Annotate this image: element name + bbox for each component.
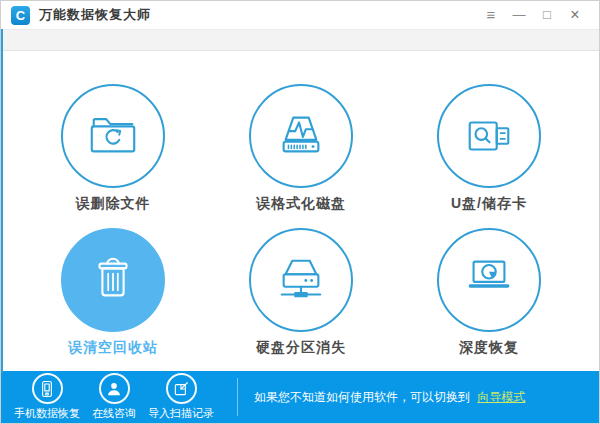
menu-icon[interactable]: ≡ <box>477 1 505 29</box>
left-accent-edge <box>1 29 3 373</box>
option-label: 硬盘分区消失 <box>256 339 346 357</box>
main-area: 误删除文件 误格式化磁盘 <box>1 51 599 373</box>
import-icon <box>166 373 197 404</box>
maximize-icon[interactable]: □ <box>533 1 561 29</box>
logo-glyph: C <box>16 8 25 23</box>
option-label: 深度恢复 <box>459 339 519 357</box>
option-label: U盘/储存卡 <box>451 195 527 213</box>
option-label: 误格式化磁盘 <box>256 195 346 213</box>
footer-item-label: 手机数据恢复 <box>14 406 80 421</box>
options-row-2: 误清空回收站 硬盘分区消失 <box>1 213 599 357</box>
close-icon[interactable]: × <box>561 1 589 29</box>
option-label: 误删除文件 <box>76 195 151 213</box>
footer-item-import-scan[interactable]: 导入扫描记录 <box>143 373 219 421</box>
footer-item-label: 导入扫描记录 <box>148 406 214 421</box>
footer-bar: 手机数据恢复 在线咨询 导入扫描记录 如果您不知 <box>1 371 599 423</box>
wizard-mode-link[interactable]: 向导模式 <box>477 390 525 404</box>
wizard-hint: 如果您不知道如何使用软件，可以切换到 向导模式 <box>254 389 525 406</box>
option-usb-storage[interactable]: U盘/储存卡 <box>395 84 583 213</box>
disk-partition-icon <box>249 228 353 332</box>
footer-item-phone-recovery[interactable]: 手机数据恢复 <box>9 373 85 421</box>
option-label: 误清空回收站 <box>68 339 158 357</box>
footer-item-label: 在线咨询 <box>92 406 136 421</box>
app-window: C 万能数据恢复大师 ≡ — □ × 误删除文件 <box>0 0 600 424</box>
person-icon <box>99 373 130 404</box>
folder-recycle-icon <box>61 84 165 188</box>
option-deleted-files[interactable]: 误删除文件 <box>19 84 207 213</box>
toolbar-strip <box>1 29 599 51</box>
options-row-1: 误删除文件 误格式化磁盘 <box>1 51 599 213</box>
minimize-icon[interactable]: — <box>505 1 533 29</box>
option-lost-partition[interactable]: 硬盘分区消失 <box>207 228 395 357</box>
window-title: 万能数据恢复大师 <box>39 6 151 24</box>
usb-storage-icon <box>437 84 541 188</box>
format-disk-icon <box>249 84 353 188</box>
wizard-hint-text: 如果您不知道如何使用软件，可以切换到 <box>254 390 470 404</box>
deep-recovery-monitor-icon <box>437 228 541 332</box>
window-controls: ≡ — □ × <box>477 1 589 29</box>
trash-bin-icon <box>61 228 165 332</box>
footer-divider <box>237 378 238 416</box>
option-formatted-disk[interactable]: 误格式化磁盘 <box>207 84 395 213</box>
app-logo-icon: C <box>11 6 30 25</box>
option-emptied-recycle-bin[interactable]: 误清空回收站 <box>19 228 207 357</box>
footer-item-online-consult[interactable]: 在线咨询 <box>85 373 143 421</box>
option-deep-recovery[interactable]: 深度恢复 <box>395 228 583 357</box>
phone-icon <box>32 373 63 404</box>
title-bar: C 万能数据恢复大师 ≡ — □ × <box>1 1 599 29</box>
